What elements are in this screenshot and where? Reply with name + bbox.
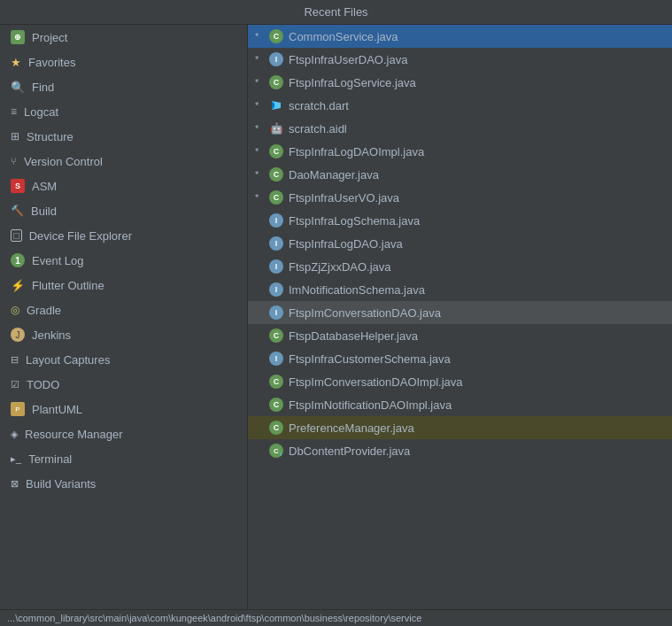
file-list-item[interactable]: *🤖scratch.aidl [248,117,672,140]
event-log-icon: 1 [11,253,25,267]
file-list-item[interactable]: IFtspImConversationDAO.java [248,301,672,324]
sidebar-item-label: Structure [27,130,73,143]
sidebar-item-jenkins[interactable]: J Jenkins [0,322,247,347]
file-list-item[interactable]: CFtspDatabaseHelper.java [248,324,672,347]
sidebar-item-find[interactable]: 🔍 Find [0,74,247,99]
sidebar-item-resource-manager[interactable]: ◈ Resource Manager [0,421,247,446]
sidebar-item-label: Logcat [24,105,58,119]
file-list-item[interactable]: *IFtspInfraUserDAO.java [248,48,672,71]
file-list-item[interactable]: CIDbContentProvider.java [248,439,672,462]
file-name: FtspInfraUserDAO.java [289,53,407,66]
file-list-item[interactable]: IFtspZjZjxxDAO.java [248,255,672,278]
file-name: scratch.aidl [289,122,347,135]
file-name: DaoManager.java [289,168,379,182]
modified-indicator: * [255,123,264,134]
structure-icon: ⊞ [11,130,19,143]
sidebar-item-flutter-outline[interactable]: ⚡ Flutter Outline [0,273,247,298]
asm-icon: S [11,179,25,193]
sidebar-item-project[interactable]: ⊕ Project [0,25,247,50]
modified-indicator: * [255,31,264,42]
sidebar-item-plantuml[interactable]: P PlantUML [0,397,247,421]
sidebar-item-todo[interactable]: ☑ TODO [0,372,247,397]
modified-indicator: * [255,192,264,203]
file-icon-c: C [269,167,283,182]
favorites-icon: ★ [11,56,21,69]
file-name: FtspInfraUserVO.java [289,191,399,205]
file-icon-c: C [269,75,283,89]
version-control-icon: ⑂ [11,156,17,166]
sidebar-item-layout-captures[interactable]: ⊟ Layout Captures [0,347,247,372]
file-icon-c: C [269,144,283,158]
sidebar-item-label: Jenkins [32,328,71,342]
modified-indicator: * [255,54,264,65]
file-list-item[interactable]: *scratch.dart [248,94,672,117]
file-name: CommonService.java [289,30,398,43]
modified-indicator: * [255,77,264,88]
sidebar-item-label: Device File Explorer [29,229,132,243]
file-list-item[interactable]: CFtspImConversationDAOImpl.java [248,370,672,393]
project-icon: ⊕ [11,30,25,44]
layout-captures-icon: ⊟ [11,354,19,366]
gradle-icon: ◎ [11,304,19,316]
file-list-item[interactable]: IFtspInfraLogSchema.java [248,209,672,232]
sidebar-item-device-file-explorer[interactable]: □ Device File Explorer [0,223,247,248]
file-icon-i: I [269,236,283,251]
file-icon-c: C [269,375,283,389]
file-list-item[interactable]: *CFtspInfraLogDAOImpl.java [248,140,672,163]
sidebar: ⊕ Project ★ Favorites 🔍 Find ≡ Logcat ⊞ … [0,25,248,609]
file-name: FtspInfraCustomerSchema.java [289,352,451,366]
file-name: FtspInfraLogDAO.java [289,237,403,251]
sidebar-item-build[interactable]: 🔨 Build [0,198,247,223]
status-bar-path: ...\common_library\src\main\java\com\kun… [7,613,421,623]
sidebar-item-favorites[interactable]: ★ Favorites [0,50,247,74]
file-list-item[interactable]: *CDaoManager.java [248,163,672,186]
sidebar-item-terminal[interactable]: ▸_ Terminal [0,446,247,471]
sidebar-item-label: Layout Captures [26,353,110,367]
file-list-item[interactable]: CPreferenceManager.java [248,416,672,439]
file-icon-i: I [269,282,283,297]
file-name: PreferenceManager.java [289,421,414,435]
file-icon-c: C [269,421,283,435]
sidebar-item-version-control[interactable]: ⑂ Version Control [0,149,247,174]
sidebar-item-build-variants[interactable]: ⊠ Build Variants [0,471,247,496]
file-name: scratch.dart [289,99,349,112]
file-name: DbContentProvider.java [289,444,410,458]
modified-indicator: * [255,100,264,111]
terminal-icon: ▸_ [11,453,21,465]
status-bar: ...\common_library\src\main\java\com\kun… [0,609,672,626]
sidebar-item-logcat[interactable]: ≡ Logcat [0,99,247,124]
file-name: FtspInfraLogSchema.java [289,214,420,228]
sidebar-item-gradle[interactable]: ◎ Gradle [0,298,247,322]
file-list-item[interactable]: *CFtspInfraLogService.java [248,71,672,94]
file-icon-android: 🤖 [269,121,283,135]
file-list-item[interactable]: IFtspInfraLogDAO.java [248,232,672,255]
sidebar-item-structure[interactable]: ⊞ Structure [0,124,247,149]
file-icon-c: C [269,398,283,412]
file-name: FtspDatabaseHelper.java [289,329,418,343]
sidebar-item-asm[interactable]: S ASM [0,174,247,198]
sidebar-item-label: Find [32,81,54,94]
sidebar-item-event-log[interactable]: 1 Event Log [0,248,247,273]
file-icon-i: I [269,305,283,320]
file-icon-i: I [269,352,283,366]
file-list-item[interactable]: IImNotificationSchema.java [248,278,672,301]
file-list-item[interactable]: *CFtspInfraUserVO.java [248,186,672,209]
file-icon-i: I [269,259,283,274]
modified-indicator: * [255,169,264,180]
file-list-item[interactable]: *CCommonService.java [248,25,672,48]
sidebar-item-label: TODO [27,378,59,391]
file-name: ImNotificationSchema.java [289,283,425,297]
resource-manager-icon: ◈ [11,429,18,440]
file-name: FtspImNotificationDAOImpl.java [289,398,452,412]
device-file-explorer-icon: □ [11,229,22,242]
file-name: FtspImConversationDAO.java [289,306,441,320]
sidebar-item-label: Gradle [27,304,61,317]
file-list-item[interactable]: CFtspImNotificationDAOImpl.java [248,393,672,416]
sidebar-item-label: Flutter Outline [32,279,104,292]
sidebar-item-label: Project [32,31,67,44]
flutter-outline-icon: ⚡ [11,279,25,292]
sidebar-item-label: Event Log [32,254,84,267]
build-icon: 🔨 [11,205,24,217]
sidebar-item-label: Resource Manager [25,428,123,441]
file-list-item[interactable]: IFtspInfraCustomerSchema.java [248,347,672,370]
